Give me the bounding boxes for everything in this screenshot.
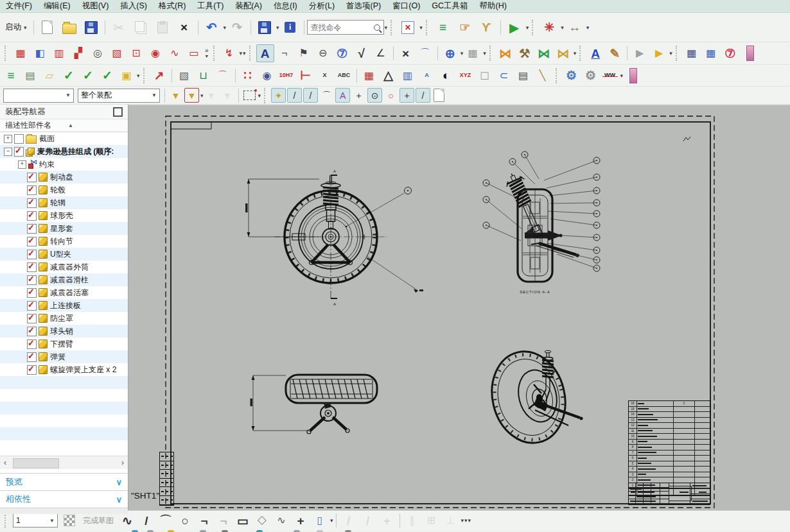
visibility-checkbox[interactable] [27,275,37,285]
tree-item-减震器活塞[interactable]: 减震器活塞 [0,286,128,299]
tree-item-截面[interactable]: +截面 [0,132,128,145]
menu-item-2[interactable]: 编辑(E) [38,0,76,12]
dimension-edit-button[interactable]: ⊢ [297,67,315,85]
breakout-section-button[interactable]: ◉ [146,44,164,62]
new-table-button[interactable]: ▦ [683,44,701,62]
save-button[interactable] [81,17,101,38]
menu-item-10[interactable]: 首选项(P) [340,0,387,12]
linear-dimension-button[interactable]: / [359,511,377,529]
gear-settings-button[interactable]: ⚙ [582,67,600,85]
offset-curve-button[interactable]: ▯ [311,511,329,529]
snap-quadrant-toggle[interactable]: ○ [383,88,398,103]
menu-item-5[interactable]: 格式(R) [153,0,191,12]
center-callout-button[interactable]: ⊖ [314,44,332,62]
dropdown-arrow-icon[interactable]: ▾ [461,517,464,524]
menu-item-9[interactable]: 分析(L) [303,0,340,12]
constraint-dropdown[interactable]: ▾ [464,517,468,524]
hammer-tool-button[interactable]: ⚒ [516,44,534,62]
fillet-tool-button[interactable]: ¬ [195,511,213,529]
horizontal-scrollbar[interactable]: ‹ › [0,456,128,469]
tree-item-轮毂[interactable]: 轮毂 [0,184,128,196]
snap-arc-toggle[interactable]: ⌒ [319,88,334,103]
visibility-checkbox[interactable] [27,237,37,246]
edit-tool-button[interactable]: ✎ [606,44,624,62]
grid-button[interactable]: ▦ [360,67,378,85]
start-menu-button[interactable]: 启动▾ [1,21,31,34]
play-simulation-button[interactable]: ▶ [504,17,525,38]
scroll-left-icon[interactable]: ‹ [0,458,10,467]
center-mark-button[interactable]: ⊕ [441,44,459,62]
collapse-icon[interactable]: − [4,148,12,156]
clipped-toolbar-button-2[interactable] [624,67,642,85]
visibility-checkbox[interactable] [27,314,37,323]
visibility-checkbox[interactable] [27,288,37,298]
clipped-toolbar-button[interactable] [741,44,759,62]
tree-item-约束[interactable]: +约束 [0,158,128,171]
section-cut-button[interactable]: ▧ [108,44,126,62]
copy-button[interactable] [130,17,151,38]
filter-sheet-button[interactable]: ▼ [220,88,235,103]
snap-midpoint-toggle[interactable]: / [303,88,318,103]
datum-label-button[interactable]: ⚑ [295,44,313,62]
detail-view-button[interactable]: ◎ [89,44,107,62]
arc-tool-button[interactable]: ⌒ [157,511,175,529]
tree-item-减震器滑柱[interactable]: 减震器滑柱 [0,273,128,286]
cut-button[interactable]: ✂ [109,17,129,38]
rectangle-tool-button[interactable]: ▭ [234,511,252,529]
scrollbar-track[interactable] [10,458,118,467]
tree-item-弹簧[interactable]: 弹簧 [0,350,128,363]
sheet-combo[interactable]: 1▼ [13,513,58,528]
visibility-checkbox[interactable] [27,224,37,234]
balance-symbol-button[interactable]: ◐ [437,67,455,85]
tree-item-球形壳[interactable]: 球形壳 [0,209,128,222]
dropdown-arrow-icon[interactable]: ▾ [586,24,590,31]
new-file-button[interactable] [37,17,58,38]
springs-button[interactable]: WW [601,67,619,85]
dropdown-arrow-icon[interactable]: ▾ [461,50,464,56]
more-dropdown[interactable]: ▾ [468,517,471,524]
dropdown-arrow-icon[interactable]: ▾ [526,24,529,31]
tree-item-防尘罩[interactable]: 防尘罩 [0,312,128,325]
visibility-checkbox[interactable] [27,352,37,362]
half-section-button[interactable]: ⊡ [127,44,145,62]
redo-button[interactable]: ↷ [227,17,247,38]
layer-list-button[interactable]: ▤ [21,67,39,85]
dropdown-arrow-icon[interactable]: ▾ [224,24,227,31]
dependencies-section-header[interactable]: 相依性 ∨ [0,490,128,508]
undo-button[interactable]: ↶ [202,17,222,38]
delete-button[interactable]: × [174,17,195,38]
selection-filter-combo[interactable]: 整个装配▼ [78,89,160,103]
groove-boundary-button[interactable]: ⊔ [195,67,213,85]
visibility-checkbox[interactable] [14,147,24,157]
selection-filter-funnel-button[interactable]: ▼ [168,88,183,103]
image-button[interactable]: ▦ [464,44,482,62]
model-update-button[interactable]: ▶ [650,44,668,62]
constraint-box-button[interactable]: ⊞ [423,511,441,529]
visibility-checkbox[interactable] [27,211,37,221]
tree-item-下摆臂[interactable]: 下摆臂 [0,338,128,350]
drawing-canvas[interactable]: A A [128,105,790,510]
dimension-search-button[interactable]: ◉ [258,67,276,85]
edit-id-button[interactable]: ⑦ [721,44,739,62]
tangent-mark-button[interactable]: ⌒ [416,44,434,62]
menu-item-11[interactable]: 窗口(O) [387,0,426,12]
visibility-checkbox[interactable] [27,250,37,259]
intersection-symbol-button[interactable]: × [397,44,415,62]
assembly-constraints-button[interactable]: ✳ [539,17,559,38]
dropdown-arrow-icon[interactable]: ▾ [258,92,261,99]
find-command-dropdown[interactable]: ▾ [385,24,388,31]
visibility-checkbox[interactable] [27,327,37,336]
edit-text-button[interactable]: A [586,44,604,62]
triangle-symbol-button[interactable]: △ [380,67,398,85]
abc-dimension-button[interactable]: ABC [335,67,353,85]
snap-point-toggle[interactable]: ✦ [271,88,286,103]
profile-tool-button[interactable]: ∿ [118,511,136,529]
visibility-checkbox[interactable] [27,173,37,182]
dropdown-arrow-icon[interactable]: ▾ [240,50,243,56]
perpendicular-constraint-button[interactable]: ⊥ [442,511,460,529]
visibility-checkbox[interactable] [27,185,37,195]
filter-reset-button[interactable]: ▼ [204,88,219,103]
dropdown-arrow-icon[interactable]: ▾ [574,50,577,56]
projected-view-button[interactable]: ▥ [50,44,68,62]
menu-item-4[interactable]: 插入(S) [114,0,153,12]
